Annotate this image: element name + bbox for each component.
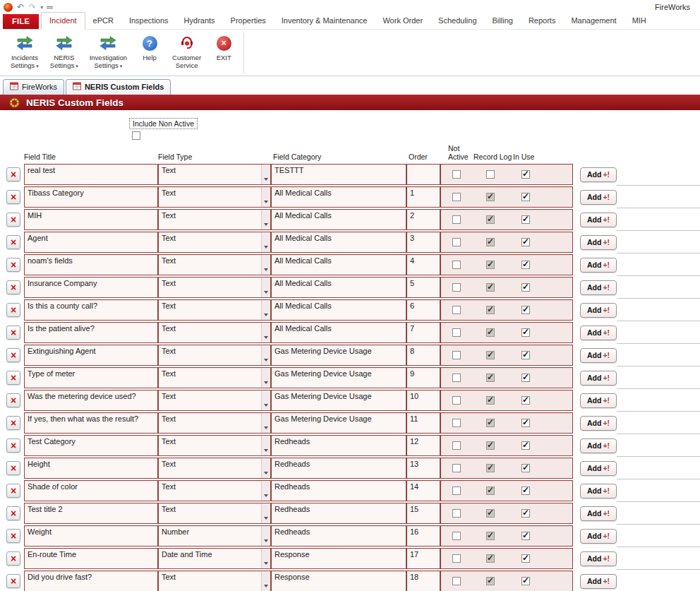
field-category-input[interactable]: Response — [271, 571, 406, 591]
chevron-down-icon[interactable] — [261, 277, 270, 297]
field-type-dropdown[interactable]: Text — [158, 254, 271, 275]
chevron-down-icon[interactable] — [261, 323, 270, 342]
ribbon-button-neris-settings[interactable]: NERIS Settings▾ — [45, 32, 83, 71]
not-active-checkbox[interactable] — [452, 486, 461, 495]
add-button[interactable]: Add+! — [580, 258, 617, 273]
field-title-input[interactable]: Extinguishing Agent — [24, 345, 158, 366]
field-title-input[interactable]: Shade of color — [24, 480, 158, 501]
not-active-checkbox[interactable] — [452, 441, 461, 450]
field-category-input[interactable]: All Medical Calls — [271, 232, 406, 253]
menu-tab-work-order[interactable]: Work Order — [375, 13, 430, 29]
delete-row-button[interactable]: × — [6, 190, 20, 204]
field-title-input[interactable]: Was the metering device used? — [24, 390, 158, 411]
in-use-checkbox[interactable] — [521, 441, 530, 450]
add-button[interactable]: Add+! — [580, 461, 617, 476]
field-category-input[interactable]: Redheads — [271, 458, 406, 479]
field-type-dropdown[interactable]: Text — [158, 164, 271, 185]
not-active-checkbox[interactable] — [452, 215, 461, 224]
field-category-input[interactable]: All Medical Calls — [271, 209, 406, 230]
add-button[interactable]: Add+! — [580, 167, 617, 182]
not-active-checkbox[interactable] — [452, 306, 461, 314]
add-button[interactable]: Add+! — [580, 371, 617, 386]
add-button[interactable]: Add+! — [580, 348, 617, 363]
record-log-checkbox[interactable] — [486, 193, 495, 201]
field-category-input[interactable]: All Medical Calls — [271, 277, 406, 298]
field-title-input[interactable]: Type of meter — [24, 367, 158, 388]
not-active-checkbox[interactable] — [452, 283, 461, 292]
ribbon-button-help[interactable]: ? Help — [133, 32, 166, 62]
field-category-input[interactable]: Redheads — [271, 503, 406, 524]
record-log-checkbox[interactable] — [486, 374, 495, 382]
delete-row-button[interactable]: × — [6, 416, 20, 430]
record-log-checkbox[interactable] — [486, 170, 495, 179]
order-input[interactable]: 7 — [406, 322, 440, 343]
menu-tab-inspections[interactable]: Inspections — [121, 13, 176, 29]
add-button[interactable]: Add+! — [580, 235, 617, 250]
field-title-input[interactable]: Height — [24, 458, 158, 479]
order-input[interactable]: 6 — [406, 299, 440, 321]
order-input[interactable]: 12 — [406, 435, 440, 456]
menu-tab-mih[interactable]: MIH — [624, 13, 654, 29]
delete-row-button[interactable]: × — [6, 326, 20, 340]
order-input[interactable]: 5 — [406, 277, 440, 298]
record-log-checkbox[interactable] — [486, 554, 495, 563]
field-type-dropdown[interactable]: Text — [158, 480, 271, 501]
in-use-checkbox[interactable] — [521, 577, 530, 585]
chevron-down-icon[interactable] — [261, 390, 270, 410]
in-use-checkbox[interactable] — [521, 532, 530, 540]
add-button[interactable]: Add+! — [580, 303, 617, 318]
chevron-down-icon[interactable] — [261, 481, 270, 501]
record-log-checkbox[interactable] — [486, 464, 495, 472]
field-category-input[interactable]: Gas Metering Device Usage — [271, 412, 406, 434]
doc-tab-neris-custom-fields[interactable]: NERIS Custom Fields — [66, 79, 171, 95]
chevron-down-icon[interactable] — [261, 503, 270, 523]
record-log-checkbox[interactable] — [486, 351, 495, 359]
order-input[interactable]: 18 — [406, 571, 440, 591]
record-log-checkbox[interactable] — [486, 486, 495, 495]
field-title-input[interactable]: Test title 2 — [24, 503, 158, 524]
field-type-dropdown[interactable]: Text — [158, 503, 271, 524]
record-log-checkbox[interactable] — [486, 238, 495, 246]
in-use-checkbox[interactable] — [521, 328, 530, 337]
not-active-checkbox[interactable] — [452, 464, 461, 472]
record-log-checkbox[interactable] — [486, 261, 495, 269]
delete-row-button[interactable]: × — [6, 506, 20, 520]
delete-row-button[interactable]: × — [6, 529, 20, 543]
field-type-dropdown[interactable]: Number — [158, 525, 271, 547]
record-log-checkbox[interactable] — [486, 215, 495, 224]
delete-row-button[interactable]: × — [6, 393, 20, 407]
record-log-checkbox[interactable] — [486, 283, 495, 292]
menu-tab-incident[interactable]: Incident — [41, 12, 85, 30]
not-active-checkbox[interactable] — [452, 328, 461, 337]
in-use-checkbox[interactable] — [521, 486, 530, 495]
field-category-input[interactable]: All Medical Calls — [271, 322, 406, 343]
delete-row-button[interactable]: × — [6, 438, 20, 453]
delete-row-button[interactable]: × — [6, 235, 20, 249]
field-type-dropdown[interactable]: Text — [158, 209, 271, 230]
chevron-down-icon[interactable] — [261, 458, 270, 478]
redo-button[interactable]: ↷ — [28, 3, 37, 11]
field-type-dropdown[interactable]: Text — [158, 345, 271, 366]
order-input[interactable]: 11 — [406, 412, 440, 434]
not-active-checkbox[interactable] — [452, 419, 461, 427]
order-input[interactable]: 2 — [406, 209, 440, 230]
order-input[interactable]: 13 — [406, 458, 440, 479]
record-log-checkbox[interactable] — [486, 532, 495, 540]
in-use-checkbox[interactable] — [521, 238, 530, 246]
delete-row-button[interactable]: × — [6, 551, 20, 566]
field-title-input[interactable]: real test — [24, 164, 158, 185]
not-active-checkbox[interactable] — [452, 374, 461, 382]
menu-tab-billing[interactable]: Billing — [485, 13, 521, 29]
field-title-input[interactable]: Did you drive fast? — [24, 571, 158, 591]
field-category-input[interactable]: All Medical Calls — [271, 254, 406, 275]
field-category-input[interactable]: Gas Metering Device Usage — [271, 367, 406, 388]
field-title-input[interactable]: Is this a county call? — [24, 299, 158, 321]
not-active-checkbox[interactable] — [452, 351, 461, 359]
menu-tab-file[interactable]: FILE — [3, 14, 39, 29]
chevron-down-icon[interactable] — [261, 526, 270, 546]
in-use-checkbox[interactable] — [521, 193, 530, 201]
add-button[interactable]: Add+! — [580, 574, 617, 589]
in-use-checkbox[interactable] — [521, 374, 530, 382]
field-type-dropdown[interactable]: Date and Time — [158, 548, 271, 569]
field-title-input[interactable]: Agent — [24, 232, 158, 253]
